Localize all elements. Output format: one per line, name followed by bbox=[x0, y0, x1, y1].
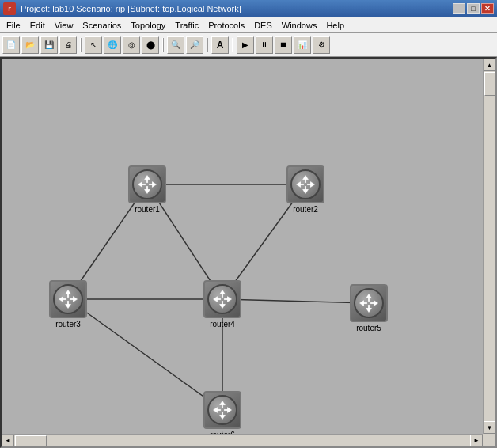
app-logo: r bbox=[3, 2, 16, 15]
maximize-button[interactable]: □ bbox=[467, 3, 480, 14]
run-button[interactable]: ▶ bbox=[237, 36, 254, 54]
router-node-router1[interactable]: router1 bbox=[128, 165, 166, 214]
router-icon-router2 bbox=[286, 165, 324, 203]
stop-button[interactable]: ⏹ bbox=[275, 36, 292, 54]
menu-item-des[interactable]: DES bbox=[249, 19, 277, 32]
menu-item-file[interactable]: File bbox=[2, 19, 25, 32]
menu-item-windows[interactable]: Windows bbox=[277, 19, 322, 32]
pause-button[interactable]: ⏸ bbox=[256, 36, 273, 54]
subnet-button[interactable]: ◎ bbox=[123, 36, 140, 54]
toolbar: 📄 📂 💾 🖨 ↖ 🌐 ◎ ⬤ 🔍 🔎 A ▶ ⏸ ⏹ 📊 ⚙ bbox=[0, 33, 497, 57]
scroll-track-vertical bbox=[484, 71, 496, 421]
title-bar-left: r Project: lab10 Scenario: rip [Subnet: … bbox=[3, 2, 241, 15]
open-button[interactable]: 📂 bbox=[21, 36, 39, 54]
close-button[interactable]: ✕ bbox=[481, 3, 494, 14]
connections-layer bbox=[2, 59, 483, 434]
menu-item-view[interactable]: View bbox=[50, 19, 78, 32]
window-title: Project: lab10 Scenario: rip [Subnet: to… bbox=[21, 4, 241, 13]
menu-item-topology[interactable]: Topology bbox=[126, 19, 170, 32]
scroll-left-button[interactable]: ◄ bbox=[2, 435, 14, 447]
network-button[interactable]: 🌐 bbox=[104, 36, 121, 54]
title-bar: r Project: lab10 Scenario: rip [Subnet: … bbox=[0, 0, 497, 17]
canvas-container[interactable]: router1router2router3router4router5route… bbox=[0, 57, 497, 448]
router-circle-router3 bbox=[53, 284, 83, 314]
menu-item-help[interactable]: Help bbox=[321, 19, 349, 32]
separator-1 bbox=[80, 38, 82, 52]
router-node-router4[interactable]: router4 bbox=[203, 280, 241, 328]
results-button[interactable]: 📊 bbox=[294, 36, 311, 54]
scroll-down-button[interactable]: ▼ bbox=[484, 421, 496, 434]
router-node-router3[interactable]: router3 bbox=[49, 280, 87, 328]
scroll-corner bbox=[483, 434, 495, 446]
svg-line-7 bbox=[68, 299, 222, 410]
text-button[interactable]: A bbox=[211, 36, 229, 54]
router-node-router5[interactable]: router5 bbox=[350, 284, 388, 332]
router-circle-router1 bbox=[132, 169, 162, 199]
menu-bar: FileEditViewScenariosTopologyTrafficProt… bbox=[0, 17, 497, 33]
menu-items: FileEditViewScenariosTopologyTrafficProt… bbox=[2, 21, 349, 30]
menu-item-edit[interactable]: Edit bbox=[25, 19, 50, 32]
router-circle-router2 bbox=[290, 169, 321, 199]
router-node-router2[interactable]: router2 bbox=[286, 165, 324, 214]
menu-item-protocols[interactable]: Protocols bbox=[203, 19, 249, 32]
scrollbar-vertical[interactable]: ▲ ▼ bbox=[483, 59, 495, 434]
menu-item-traffic[interactable]: Traffic bbox=[170, 19, 203, 32]
print-button[interactable]: 🖨 bbox=[59, 36, 77, 54]
router-icon-router6 bbox=[203, 391, 241, 429]
minimize-button[interactable]: ─ bbox=[453, 3, 465, 14]
router-label-router5: router5 bbox=[356, 324, 381, 332]
save-button[interactable]: 💾 bbox=[40, 36, 58, 54]
router-circle-router5 bbox=[354, 288, 384, 318]
scroll-thumb-vertical[interactable] bbox=[484, 72, 495, 96]
menu-item-scenarios[interactable]: Scenarios bbox=[78, 19, 126, 32]
traffic-button[interactable]: ⬤ bbox=[142, 36, 159, 54]
svg-line-5 bbox=[222, 299, 369, 303]
router-circle-router6 bbox=[207, 395, 237, 425]
router-circle-router4 bbox=[207, 284, 237, 314]
separator-3 bbox=[207, 38, 208, 52]
settings-button[interactable]: ⚙ bbox=[313, 36, 330, 54]
scrollbar-horizontal[interactable]: ◄ ► bbox=[2, 434, 483, 446]
router-label-router2: router2 bbox=[293, 205, 318, 214]
scroll-thumb-horizontal[interactable] bbox=[15, 435, 47, 446]
zoom-out-button[interactable]: 🔎 bbox=[186, 36, 203, 54]
scroll-right-button[interactable]: ► bbox=[470, 435, 483, 447]
scroll-track-horizontal bbox=[14, 435, 470, 447]
zoom-in-button[interactable]: 🔍 bbox=[167, 36, 184, 54]
router-label-router4: router4 bbox=[210, 320, 235, 328]
separator-2 bbox=[162, 38, 164, 52]
router-node-router6[interactable]: router6 bbox=[203, 391, 241, 434]
router-label-router3: router3 bbox=[55, 320, 81, 328]
main-area: router1router2router3router4router5route… bbox=[0, 57, 497, 448]
separator-4 bbox=[232, 38, 233, 52]
router-icon-router3 bbox=[49, 280, 87, 318]
router-icon-router5 bbox=[350, 284, 388, 322]
select-button[interactable]: ↖ bbox=[85, 36, 102, 54]
scroll-up-button[interactable]: ▲ bbox=[484, 59, 496, 71]
window-controls[interactable]: ─ □ ✕ bbox=[453, 3, 494, 14]
router-icon-router1 bbox=[128, 165, 166, 203]
new-button[interactable]: 📄 bbox=[2, 36, 20, 54]
router-icon-router4 bbox=[203, 280, 241, 318]
network-canvas[interactable]: router1router2router3router4router5route… bbox=[2, 59, 483, 434]
router-label-router1: router1 bbox=[135, 205, 160, 214]
